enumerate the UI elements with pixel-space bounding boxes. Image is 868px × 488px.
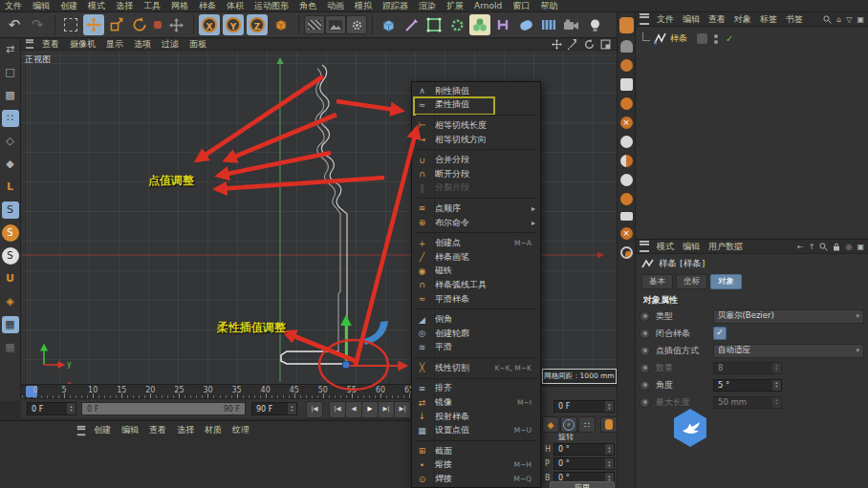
menubar-item[interactable]: 工具 bbox=[143, 0, 161, 12]
context-menu-item[interactable]: ∥ 分裂片段 bbox=[412, 181, 540, 196]
record-param-icon[interactable]: P bbox=[560, 416, 577, 433]
interpolation-dropdown[interactable]: 自动适应▾ bbox=[713, 344, 864, 358]
context-menu-item[interactable]: ∪ 合并分段 bbox=[412, 153, 540, 167]
subdivision-surface-icon[interactable] bbox=[423, 14, 445, 35]
burger-menu-icon[interactable] bbox=[640, 241, 649, 252]
context-menu-item[interactable] bbox=[416, 357, 536, 358]
context-menu-item[interactable]: ◎ 创建轮廓 bbox=[412, 327, 540, 341]
mode-icon[interactable]: ▩ bbox=[2, 87, 19, 104]
context-menu-item[interactable]: + 创建点 M~A bbox=[412, 236, 540, 250]
attribute-menu-item[interactable]: 用户数据 bbox=[708, 241, 743, 253]
viewport-menu-item[interactable]: 面板 bbox=[189, 38, 206, 51]
render-settings-icon[interactable] bbox=[346, 15, 367, 34]
context-menu-item[interactable]: ◉ 磁铁 bbox=[412, 265, 540, 279]
context-menu-item[interactable] bbox=[416, 232, 536, 233]
close-spline-checkbox[interactable]: ✓ bbox=[713, 327, 727, 340]
up-icon[interactable]: ↑ bbox=[809, 243, 815, 251]
cloth-icon[interactable] bbox=[538, 14, 559, 35]
context-menu-item[interactable]: ↓ 投射样条 bbox=[412, 410, 540, 424]
camera-icon[interactable] bbox=[561, 14, 582, 35]
mode-icon[interactable]: ▦ bbox=[2, 339, 19, 356]
strip-icon[interactable] bbox=[619, 17, 634, 33]
strip-icon[interactable] bbox=[620, 78, 633, 91]
capsule-icon[interactable] bbox=[515, 14, 536, 35]
animation-dot-icon[interactable] bbox=[640, 380, 650, 391]
autokey-icon[interactable] bbox=[600, 416, 618, 433]
tab-basic[interactable]: 基本 bbox=[641, 274, 673, 289]
viewport-menu-item[interactable]: 显示 bbox=[106, 38, 123, 51]
object-manager-menu-item[interactable]: 标签 bbox=[760, 13, 777, 26]
context-menu-item[interactable]: ⇄ 镜像 M~I bbox=[412, 395, 540, 410]
context-menu-item[interactable]: ╱ 样条画笔 bbox=[412, 250, 540, 265]
mode-icon[interactable]: ∷ bbox=[2, 110, 19, 127]
spinner-icon[interactable]: ▴▾ bbox=[67, 403, 76, 414]
enable-check-icon[interactable]: ✓ bbox=[726, 33, 733, 44]
spline-object[interactable] bbox=[281, 65, 347, 364]
object-manager-menu-item[interactable]: 查看 bbox=[708, 13, 726, 26]
mode-icon[interactable]: ◈ bbox=[2, 293, 19, 310]
back-icon[interactable]: ← bbox=[797, 243, 804, 251]
spinner-icon[interactable]: ▴▾ bbox=[605, 458, 614, 469]
toggle-views-icon[interactable] bbox=[600, 39, 611, 50]
context-menu-item[interactable]: ◢ 倒角 bbox=[412, 312, 540, 327]
context-menu-item[interactable] bbox=[416, 115, 536, 116]
move-tool-icon[interactable] bbox=[83, 14, 104, 35]
p-rotation-field[interactable]: 0 °▴▾ bbox=[553, 457, 615, 470]
search-icon[interactable] bbox=[823, 15, 832, 24]
scale-tool-icon[interactable] bbox=[106, 14, 127, 35]
context-menu-item[interactable] bbox=[416, 198, 536, 199]
x-axis-lock-icon[interactable]: X bbox=[199, 14, 220, 35]
context-menu-item[interactable]: ⊙ 焊接 M~Q bbox=[412, 472, 540, 486]
mode-icon[interactable]: ◇ bbox=[2, 133, 19, 150]
spinner-icon[interactable]: ▴▾ bbox=[605, 444, 614, 455]
next-frame-icon[interactable]: ▶| bbox=[378, 401, 395, 418]
viewport-menu-item[interactable]: 过滤 bbox=[162, 38, 179, 51]
menubar-item[interactable]: 帮助 bbox=[540, 0, 557, 12]
rotate-tool-icon[interactable] bbox=[129, 14, 150, 35]
strip-icon[interactable] bbox=[620, 174, 633, 186]
layer-box-icon[interactable] bbox=[697, 33, 707, 44]
live-selection-icon[interactable] bbox=[60, 14, 81, 35]
strip-icon[interactable] bbox=[620, 212, 633, 221]
strip-icon[interactable]: × bbox=[620, 117, 633, 129]
context-menu-item[interactable] bbox=[416, 149, 536, 150]
context-menu-item[interactable]: ▦ 设置点值 M~U bbox=[412, 423, 540, 437]
material-menu-item[interactable]: 材质 bbox=[205, 424, 222, 436]
mode-icon[interactable]: ▦ bbox=[2, 316, 19, 333]
current-frame-field[interactable]: 0 F▴▾ bbox=[27, 402, 76, 415]
context-menu-item[interactable] bbox=[416, 378, 536, 379]
mograph-icon[interactable] bbox=[469, 14, 490, 35]
material-menu-item[interactable]: 创建 bbox=[94, 424, 111, 436]
h-rotation-field[interactable]: 0 °▴▾ bbox=[553, 443, 615, 456]
menubar-item[interactable]: 扩展 bbox=[446, 0, 464, 12]
pen-tool-icon[interactable] bbox=[401, 14, 422, 35]
animation-dot-icon[interactable] bbox=[640, 311, 650, 322]
viewport-menu-item[interactable]: 摄像机 bbox=[70, 38, 96, 51]
generator-icon[interactable] bbox=[446, 14, 467, 35]
search-icon[interactable] bbox=[819, 243, 828, 251]
panel-icon[interactable]: ▣ bbox=[857, 15, 864, 24]
spinner-icon[interactable]: ▴▾ bbox=[288, 403, 296, 414]
context-menu-item[interactable]: ⊢ 相等切线长度 bbox=[412, 118, 540, 133]
tab-object[interactable]: 对象 bbox=[710, 274, 742, 289]
context-menu-item[interactable]: ∩ 样条弧线工具 bbox=[412, 278, 540, 292]
material-menu-item[interactable]: 查看 bbox=[149, 424, 166, 436]
play-icon[interactable]: ▶ bbox=[361, 401, 379, 418]
menubar-item[interactable]: 跟踪器 bbox=[382, 0, 408, 12]
object-manager-menu-item[interactable]: 文件 bbox=[657, 13, 674, 26]
context-menu-item[interactable]: ≡ 点顺序 ▸ bbox=[412, 202, 540, 216]
context-menu-item[interactable]: → 相等切线方向 bbox=[412, 133, 540, 147]
mode-icon[interactable]: ⇄ bbox=[2, 41, 19, 58]
object-manager-menu-item[interactable]: 编辑 bbox=[683, 13, 700, 26]
strip-icon[interactable] bbox=[620, 97, 633, 110]
context-menu-item[interactable]: ≈ 平滑样条 bbox=[412, 292, 540, 307]
go-start-icon[interactable]: |◀ bbox=[306, 401, 323, 418]
context-menu-item[interactable]: ╳ 线性切割 K~K, M~K bbox=[412, 361, 540, 375]
y-axis-lock-icon[interactable]: Y bbox=[223, 14, 244, 35]
attribute-menu-item[interactable]: 编辑 bbox=[683, 241, 700, 253]
strip-icon[interactable] bbox=[620, 136, 633, 148]
filter-icon[interactable]: ▽ bbox=[846, 15, 852, 24]
object-manager-menu-item[interactable]: 书签 bbox=[786, 13, 803, 26]
mode-icon[interactable]: □ bbox=[2, 64, 19, 81]
burger-menu-icon[interactable] bbox=[26, 39, 33, 49]
